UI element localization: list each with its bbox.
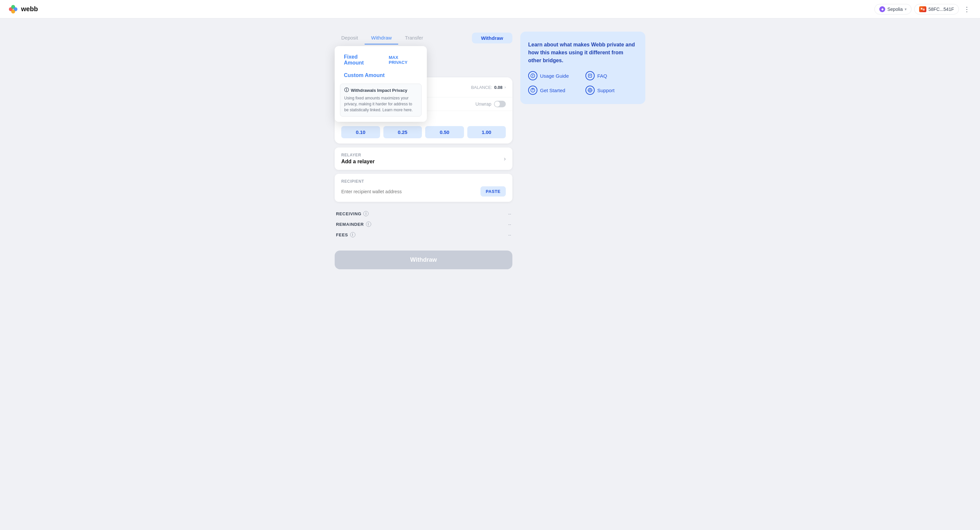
webb-logo-icon	[8, 4, 18, 14]
fixed-amount-option[interactable]: Fixed Amount	[340, 51, 382, 68]
svg-point-11	[589, 89, 591, 91]
remainder-value: --	[508, 222, 511, 227]
support-link[interactable]: Support	[585, 86, 638, 95]
right-panel: Learn about what makes Webb private and …	[520, 32, 645, 269]
amount-grid: 0.10 0.25 0.50 1.00	[341, 126, 506, 138]
amount-btn-1[interactable]: 0.25	[383, 126, 422, 138]
faq-link[interactable]: FAQ	[585, 71, 638, 80]
faq-label: FAQ	[597, 73, 607, 79]
withdraw-submit-button[interactable]: Withdraw	[335, 250, 512, 269]
relayer-value: Add a relayer	[341, 159, 374, 165]
balance-display: BALANCE: 0.08 ›	[471, 85, 506, 90]
get-started-icon	[528, 86, 538, 95]
recipient-label: RECIPIENT	[341, 179, 506, 184]
balance-value: 0.08	[494, 85, 503, 90]
svg-rect-4	[921, 8, 923, 10]
tab-deposit[interactable]: Deposit	[335, 32, 364, 45]
tab-withdraw[interactable]: Withdraw	[364, 32, 399, 45]
svg-rect-5	[923, 8, 925, 11]
center-panel: Deposit Withdraw Transfer Withdraw Fixed…	[335, 32, 512, 269]
relayer-label: RELAYER	[341, 153, 374, 158]
privacy-info-title: ⓘ Withdrawals Impact Privacy	[344, 87, 417, 93]
tab-bar: Deposit Withdraw Transfer Withdraw Fixed…	[335, 32, 512, 45]
fees-info-icon[interactable]: i	[350, 232, 355, 237]
network-label: Sepolia	[887, 6, 903, 12]
header-actions: ◆ Sepolia ▾ 58FC...541F ⋮	[874, 3, 972, 15]
fees-label: FEES i	[336, 232, 355, 237]
receiving-value: --	[508, 211, 511, 216]
more-options-button[interactable]: ⋮	[962, 3, 972, 15]
privacy-info-text: Using fixed amounts maximizes your priva…	[344, 95, 417, 113]
withdraw-action-button[interactable]: Withdraw	[472, 33, 512, 43]
logo-text: webb	[21, 5, 38, 13]
relayer-chevron-icon: ›	[504, 155, 506, 162]
wallet-icon	[919, 6, 926, 12]
network-selector[interactable]: ◆ Sepolia ▾	[874, 4, 912, 14]
relayer-info: RELAYER Add a relayer	[341, 153, 374, 165]
support-label: Support	[597, 88, 615, 93]
faq-icon	[585, 71, 595, 80]
receiving-label: RECEIVING i	[336, 211, 369, 216]
remainder-label: REMAINDER i	[336, 221, 371, 227]
unwrap-label: Unwrap	[476, 101, 491, 107]
chevron-down-icon: ▾	[905, 7, 907, 11]
fees-value: --	[508, 232, 511, 237]
remainder-row: REMAINDER i --	[336, 219, 511, 229]
amount-btn-2[interactable]: 0.50	[425, 126, 464, 138]
info-links: Usage Guide FAQ	[528, 71, 638, 95]
unwrap-toggle[interactable]	[494, 101, 506, 107]
recipient-input[interactable]	[341, 189, 477, 194]
balance-chevron-icon: ›	[504, 85, 506, 89]
relayer-card[interactable]: RELAYER Add a relayer ›	[335, 148, 512, 170]
network-icon: ◆	[879, 6, 885, 12]
privacy-info-box: ⓘ Withdrawals Impact Privacy Using fixed…	[340, 84, 422, 116]
recipient-row: PASTE	[341, 186, 506, 197]
info-card: Learn about what makes Webb private and …	[520, 32, 645, 104]
usage-guide-link[interactable]: Usage Guide	[528, 71, 580, 80]
info-circle-icon: ⓘ	[344, 87, 349, 93]
amount-btn-3[interactable]: 1.00	[467, 126, 506, 138]
recipient-card: RECIPIENT PASTE	[335, 174, 512, 202]
info-card-title: Learn about what makes Webb private and …	[528, 41, 638, 65]
max-privacy-badge: MAX PRIVACY	[385, 53, 422, 67]
svg-point-3	[11, 10, 15, 13]
app-header: webb ◆ Sepolia ▾ 58FC...541F ⋮	[0, 0, 980, 18]
usage-guide-label: Usage Guide	[540, 73, 569, 79]
custom-amount-option[interactable]: Custom Amount	[340, 70, 422, 81]
logo: webb	[8, 4, 38, 14]
fees-row: FEES i --	[336, 229, 511, 240]
amount-btn-0[interactable]: 0.10	[341, 126, 380, 138]
receiving-info-icon[interactable]: i	[363, 211, 369, 216]
stats-section: RECEIVING i -- REMAINDER i -- FEES i --	[335, 208, 512, 240]
remainder-info-icon[interactable]: i	[366, 221, 371, 227]
get-started-label: Get Started	[540, 88, 565, 93]
paste-button[interactable]: PASTE	[480, 186, 506, 197]
usage-guide-icon	[528, 71, 538, 80]
get-started-link[interactable]: Get Started	[528, 86, 580, 95]
receiving-row: RECEIVING i --	[336, 208, 511, 219]
amount-type-dropdown: Fixed Amount MAX PRIVACY Custom Amount ⓘ…	[335, 46, 427, 122]
main-content: Deposit Withdraw Transfer Withdraw Fixed…	[0, 18, 980, 282]
support-icon	[585, 86, 595, 95]
fixed-amount-option-row: Fixed Amount MAX PRIVACY	[340, 51, 422, 70]
wallet-button[interactable]: 58FC...541F	[914, 4, 959, 14]
wallet-address: 58FC...541F	[928, 6, 954, 12]
tab-transfer[interactable]: Transfer	[398, 32, 430, 45]
